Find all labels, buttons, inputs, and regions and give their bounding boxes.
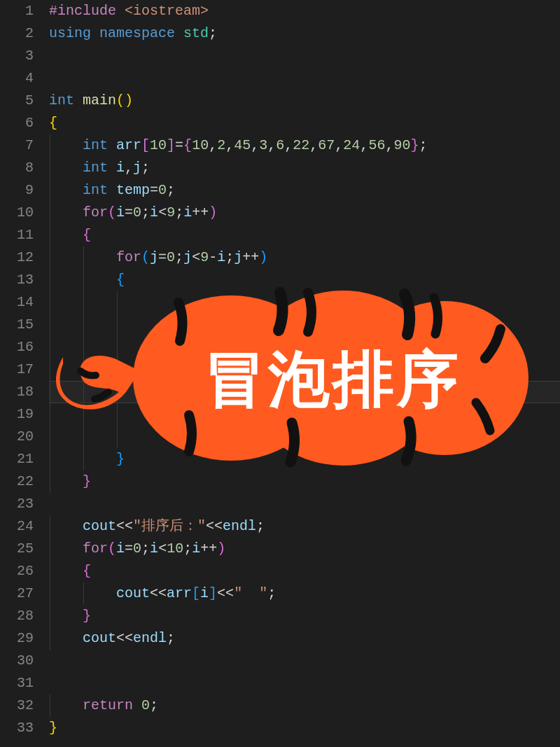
code-line[interactable] <box>49 314 560 336</box>
code-token <box>49 227 83 243</box>
code-line[interactable]: cout<<endl; <box>49 627 560 650</box>
code-line[interactable]: { <box>49 560 560 582</box>
code-token: = <box>125 540 133 557</box>
code-line[interactable] <box>49 403 560 426</box>
code-token: cout <box>83 518 116 534</box>
indent-guide <box>50 224 50 246</box>
code-line[interactable]: } <box>49 470 560 493</box>
code-line[interactable]: for(j=0;j<9-i;j++) <box>49 246 560 269</box>
code-token: } <box>83 608 91 624</box>
indent-guide <box>50 336 50 358</box>
code-line[interactable]: } <box>49 448 560 470</box>
line-number: 6 <box>0 112 34 134</box>
code-line[interactable]: for(i=0;i<9;i++) <box>49 202 560 224</box>
indent-guide <box>50 358 50 381</box>
code-line[interactable]: cout<<"排序后："<<endl; <box>49 515 560 538</box>
code-token: ; <box>175 249 183 265</box>
code-line[interactable] <box>49 67 560 90</box>
line-number: 3 <box>0 45 34 67</box>
code-token: arr <box>167 585 192 601</box>
code-line[interactable] <box>49 45 560 67</box>
code-token: int <box>49 92 83 109</box>
line-number: 9 <box>0 179 34 202</box>
code-line[interactable]: using namespace std; <box>49 22 560 45</box>
code-line[interactable] <box>49 493 560 515</box>
code-token: " " <box>234 585 267 601</box>
indent-guide <box>83 314 84 336</box>
code-line[interactable] <box>49 358 560 381</box>
indent-guide <box>117 291 118 314</box>
code-token: i <box>192 540 200 557</box>
line-number: 13 <box>0 269 34 291</box>
code-token: ) <box>209 204 217 221</box>
code-token <box>49 518 83 534</box>
indent-guide <box>50 448 50 470</box>
code-line[interactable] <box>49 426 560 448</box>
code-token <box>49 361 150 377</box>
code-token: ; <box>419 137 427 153</box>
code-token <box>49 451 116 467</box>
code-line[interactable]: int main() <box>49 90 560 112</box>
code-line[interactable] <box>49 650 560 672</box>
code-editor[interactable]: 1234567891011121314151617181920212223242… <box>0 0 560 747</box>
code-line[interactable]: int temp=0; <box>49 179 560 202</box>
code-token: int <box>83 137 116 153</box>
code-token <box>49 585 116 601</box>
line-number: 23 <box>0 493 34 515</box>
code-line[interactable]: for(i=0;i<10;i++) <box>49 538 560 560</box>
code-token: = <box>175 137 183 153</box>
code-token: ; <box>141 204 150 221</box>
code-line[interactable] <box>49 291 560 314</box>
code-token: i <box>116 540 125 557</box>
code-token: , <box>225 137 234 153</box>
code-token: i <box>116 160 125 176</box>
code-line[interactable]: int i,j; <box>49 157 560 179</box>
code-token: ++ <box>242 249 259 265</box>
indent-guide <box>117 336 118 358</box>
code-token: arr <box>116 137 141 153</box>
code-line[interactable]: { <box>49 224 560 246</box>
code-area[interactable]: #include <iostream>using namespace std;i… <box>49 0 560 747</box>
code-token: ; <box>209 25 217 41</box>
line-number: 27 <box>0 582 34 605</box>
code-token: 67 <box>318 137 335 153</box>
code-token: , <box>385 137 393 153</box>
code-token: < <box>158 204 167 221</box>
code-line[interactable]: return 0; <box>49 694 560 717</box>
code-token: ] <box>167 137 175 153</box>
code-token: ) <box>259 249 267 265</box>
code-line[interactable]: { <box>49 112 560 134</box>
code-line[interactable] <box>49 336 560 358</box>
indent-guide <box>83 448 84 470</box>
code-token: endl <box>223 518 256 534</box>
code-token: ; <box>183 540 192 557</box>
code-token <box>49 563 83 579</box>
code-token: ; <box>267 585 276 601</box>
code-token: 10 <box>167 540 183 557</box>
code-line[interactable]: } <box>49 717 560 739</box>
code-token: = <box>158 249 167 265</box>
code-token <box>49 137 83 153</box>
code-token: , <box>284 137 293 153</box>
indent-guide <box>50 560 50 582</box>
indent-guide <box>83 426 84 448</box>
code-token: 9 <box>167 204 175 221</box>
code-token <box>49 384 150 400</box>
code-line[interactable]: int arr[10]={10,2,45,3,6,22,67,24,56,90}… <box>49 134 560 157</box>
code-line[interactable]: } <box>49 605 560 627</box>
indent-guide <box>83 336 84 358</box>
code-token: i <box>116 204 125 221</box>
code-token: i <box>217 249 225 265</box>
code-line[interactable] <box>49 672 560 694</box>
code-token: cout <box>83 630 116 646</box>
code-line[interactable]: { <box>49 269 560 291</box>
code-line[interactable]: cout<<arr[i]<<" "; <box>49 582 560 605</box>
indent-guide <box>50 627 50 650</box>
code-line[interactable]: #include <iostream> <box>49 0 560 22</box>
line-number: 19 <box>0 403 34 426</box>
code-line[interactable] <box>49 381 560 403</box>
line-number: 17 <box>0 358 34 381</box>
line-number: 24 <box>0 515 34 538</box>
code-token: 45 <box>234 137 251 153</box>
line-number: 26 <box>0 560 34 582</box>
